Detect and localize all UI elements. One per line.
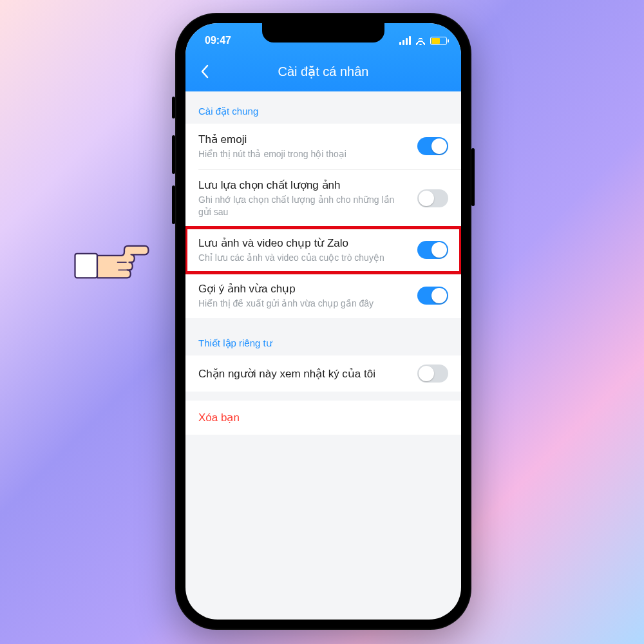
- section-label-privacy: Thiết lập riêng tư: [185, 327, 461, 355]
- toggle[interactable]: [417, 365, 448, 383]
- row-title: Thả emoji: [198, 133, 408, 146]
- row-text: Chặn người này xem nhật ký của tôi: [198, 367, 408, 381]
- battery-icon: [430, 37, 447, 45]
- row-subtitle: Hiển thị nút thả emoji trong hội thoại: [198, 148, 408, 160]
- general-row-1[interactable]: Lưu lựa chọn chất lượng ảnhGhi nhớ lựa c…: [185, 169, 461, 227]
- row-text: Gợi ý ảnh vừa chụpHiển thị đề xuất gửi ả…: [198, 282, 408, 310]
- volume-down-button: [172, 185, 175, 224]
- chevron-left-icon: [200, 64, 209, 79]
- row-title: Gợi ý ảnh vừa chụp: [198, 282, 408, 296]
- privacy-row-0[interactable]: Chặn người này xem nhật ký của tôi: [185, 355, 461, 392]
- wifi-icon: [415, 36, 426, 45]
- settings-group-general: Thả emojiHiển thị nút thả emoji trong hộ…: [185, 124, 461, 318]
- delete-friend-label: Xóa bạn: [198, 412, 240, 424]
- page-title: Cài đặt cá nhân: [185, 64, 461, 79]
- nav-bar: Cài đặt cá nhân: [185, 52, 461, 91]
- mute-switch: [172, 97, 175, 118]
- notch: [262, 23, 384, 43]
- row-subtitle: Chỉ lưu các ảnh và video của cuộc trò ch…: [198, 252, 408, 264]
- section-label-general: Cài đặt chung: [185, 91, 461, 124]
- row-subtitle: Hiển thị đề xuất gửi ảnh vừa chụp gần đâ…: [198, 298, 408, 310]
- general-row-3[interactable]: Gợi ý ảnh vừa chụpHiển thị đề xuất gửi ả…: [185, 273, 461, 319]
- settings-group-privacy: Chặn người này xem nhật ký của tôi: [185, 355, 461, 392]
- toggle[interactable]: [417, 287, 448, 305]
- toggle[interactable]: [417, 189, 448, 207]
- row-title: Lưu ảnh và video chụp từ Zalo: [198, 236, 408, 250]
- row-text: Lưu lựa chọn chất lượng ảnhGhi nhớ lựa c…: [198, 178, 408, 218]
- pointing-hand-icon: [74, 233, 177, 295]
- delete-friend-row[interactable]: Xóa bạn: [185, 401, 461, 435]
- toggle[interactable]: [417, 137, 448, 155]
- power-button: [471, 148, 475, 206]
- back-button[interactable]: [196, 62, 214, 80]
- row-subtitle: Ghi nhớ lựa chọn chất lượng ảnh cho nhữn…: [198, 194, 408, 218]
- row-text: Lưu ảnh và video chụp từ ZaloChỉ lưu các…: [198, 236, 408, 264]
- toggle[interactable]: [417, 241, 448, 259]
- phone-frame: 09:47 Cài đặt cá nhân Cài đặt chung Thả …: [175, 13, 471, 630]
- screen: 09:47 Cài đặt cá nhân Cài đặt chung Thả …: [185, 23, 461, 620]
- row-title: Lưu lựa chọn chất lượng ảnh: [198, 178, 408, 192]
- general-row-2[interactable]: Lưu ảnh và video chụp từ ZaloChỉ lưu các…: [185, 227, 461, 273]
- general-row-0[interactable]: Thả emojiHiển thị nút thả emoji trong hộ…: [185, 124, 461, 169]
- volume-up-button: [172, 135, 175, 174]
- status-time: 09:47: [205, 35, 231, 46]
- row-text: Thả emojiHiển thị nút thả emoji trong hộ…: [198, 133, 408, 160]
- row-title: Chặn người này xem nhật ký của tôi: [198, 367, 408, 381]
- svg-rect-0: [75, 254, 98, 278]
- signal-icon: [399, 36, 411, 45]
